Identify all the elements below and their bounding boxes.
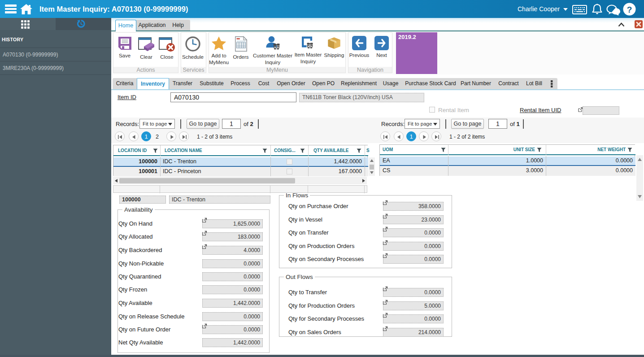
svg-text:?: ?	[627, 5, 632, 14]
